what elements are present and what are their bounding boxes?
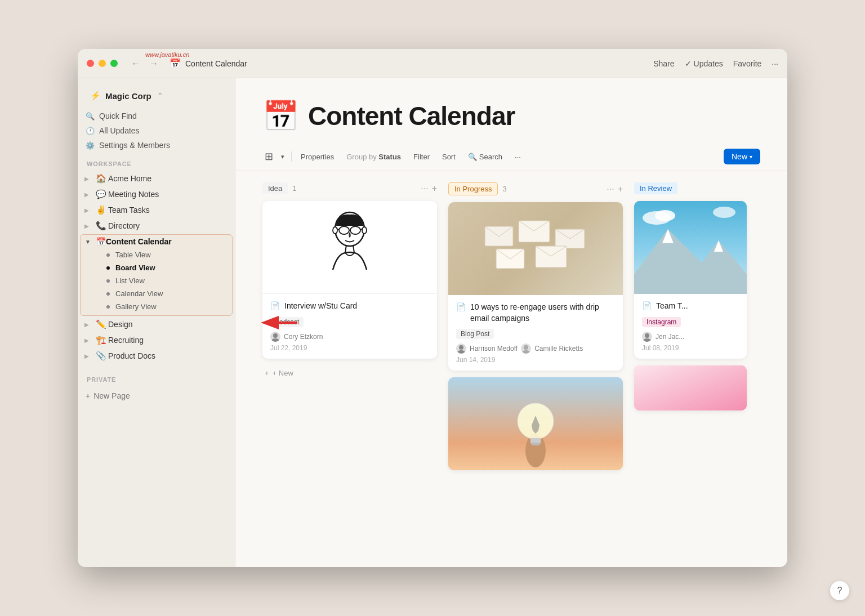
new-button[interactable]: New ▾: [724, 149, 760, 164]
traffic-lights: [87, 60, 118, 67]
new-page-button[interactable]: + New Page: [78, 389, 235, 403]
chevron-down-icon[interactable]: ▾: [279, 151, 287, 163]
board-card-mountain[interactable]: 📄 Team T... Instagram Jen Jac... Jul 08,: [634, 201, 747, 359]
status-badge-inprogress: In Progress: [448, 182, 498, 195]
card-image-sketch: [262, 201, 437, 294]
svg-point-11: [271, 338, 279, 342]
avatar-2: [521, 343, 531, 354]
group-by-button[interactable]: Group by Status: [342, 150, 405, 163]
card-date: Jul 08, 2019: [642, 344, 739, 352]
maximize-button[interactable]: [110, 60, 118, 67]
sidebar-item-tableview[interactable]: Table View: [83, 248, 230, 261]
search-icon: 🔍: [86, 112, 95, 120]
share-button[interactable]: Share: [653, 59, 674, 68]
board-card-lightbulb[interactable]: [448, 377, 623, 470]
column-header-idea: Idea 1 ··· +: [262, 182, 437, 194]
column-header-inprogress: In Progress 3 ··· +: [448, 182, 623, 195]
add-card-icon[interactable]: +: [432, 184, 437, 194]
sidebar-item-listview[interactable]: List View: [83, 274, 230, 287]
sidebar-item-galleryview[interactable]: Gallery View: [83, 300, 230, 313]
sidebar-item-calendarview[interactable]: Calendar View: [83, 287, 230, 300]
workspace-name[interactable]: ⚡ Magic Corp ⌃: [86, 87, 227, 104]
sidebar-item-directory[interactable]: ▶ 📞 Directory: [80, 218, 233, 233]
page-emoji: 📅: [262, 101, 299, 131]
pink-svg: [634, 365, 747, 410]
clock-icon: 🕐: [86, 127, 95, 135]
column-actions-idea: ··· +: [421, 184, 437, 194]
content-calendar-header[interactable]: ▼ 📅 Content Calendar: [81, 235, 232, 248]
card-title: Team T...: [656, 301, 688, 312]
sidebar-item-settings[interactable]: ⚙️ Settings & Members: [78, 138, 235, 153]
gear-icon: ⚙️: [86, 141, 95, 150]
board-column-inreview: In Review: [634, 182, 747, 556]
plus-icon: +: [265, 369, 269, 377]
svg-rect-25: [532, 443, 539, 445]
filter-button[interactable]: Filter: [409, 150, 434, 163]
red-arrow-overlay: [261, 311, 300, 336]
board-card-pink[interactable]: [634, 365, 747, 410]
column-count-idea: 1: [292, 184, 296, 193]
card-date: Jul 22, 2019: [270, 344, 429, 352]
expand-icon: ▶: [84, 223, 96, 229]
private-section-label: PRIVATE: [78, 368, 235, 386]
titlebar-nav: ← → 📅 Content Calendar: [129, 57, 653, 70]
more-icon[interactable]: ···: [421, 184, 428, 194]
svg-line-7: [353, 245, 354, 253]
more-options-button[interactable]: ···: [510, 150, 525, 163]
dot-icon: [106, 305, 110, 309]
sidebar-item-allupdates[interactable]: 🕐 All Updates: [78, 123, 235, 138]
more-icon[interactable]: ···: [607, 184, 614, 194]
column-header-inreview: In Review: [634, 182, 747, 194]
search-button[interactable]: 🔍 Search: [463, 150, 507, 163]
favorite-button[interactable]: Favorite: [733, 59, 762, 68]
sidebar-item-meetingnotes[interactable]: ▶ 💬 Meeting Notes: [80, 187, 233, 202]
view-icon[interactable]: ⊞: [262, 148, 275, 165]
svg-point-18: [457, 350, 465, 354]
expand-icon: ▶: [84, 176, 96, 182]
workspace-section-label: WORKSPACE: [78, 153, 235, 171]
card-title: 10 ways to re-engage users with drip ema…: [470, 302, 615, 324]
card-meta: Harrison Medoff Camille Ricketts: [456, 343, 615, 354]
svg-point-28: [655, 210, 675, 221]
close-button[interactable]: [87, 60, 94, 67]
more-button[interactable]: ···: [772, 59, 778, 68]
sort-button[interactable]: Sort: [438, 150, 460, 163]
avatar: [456, 343, 466, 354]
sidebar-item-quickfind[interactable]: 🔍 Quick Find: [78, 109, 235, 123]
card-date: Jun 14, 2019: [456, 356, 615, 364]
expand-icon: ▶: [84, 337, 96, 343]
sidebar-item-contentcalendar: ▼ 📅 Content Calendar Table View Board Vi…: [80, 234, 233, 316]
expand-icon: ▶: [84, 322, 96, 328]
board-card[interactable]: 📄 10 ways to re-engage users with drip e…: [448, 202, 623, 371]
properties-button[interactable]: Properties: [296, 150, 338, 163]
sidebar-item-productdocs[interactable]: ▶ 📎 Product Docs: [80, 349, 233, 363]
add-card-icon[interactable]: +: [618, 184, 623, 194]
page-title: Content Calendar: [308, 101, 515, 131]
titlebar-title: Content Calendar: [185, 59, 247, 68]
body-area: ⚡ Magic Corp ⌃ 🔍 Quick Find 🕐 All Update…: [78, 78, 787, 567]
column-count-inprogress: 3: [502, 185, 506, 193]
card-title: Interview w/Stu Card: [284, 301, 357, 312]
updates-button[interactable]: ✓ Updates: [685, 59, 723, 68]
content-calendar-subitems: Table View Board View List View Calendar…: [81, 248, 232, 315]
forward-button[interactable]: →: [147, 57, 160, 70]
add-card-button[interactable]: + + New: [262, 365, 437, 381]
main-content: 📅 Content Calendar ⊞ ▾ Properties Group …: [235, 78, 787, 567]
card-title-row: 📄 Interview w/Stu Card: [270, 301, 429, 312]
sidebar-item-acmehome[interactable]: ▶ 🏠 Acme Home: [80, 171, 233, 186]
mountain-svg: [634, 201, 747, 294]
sidebar-item-recruiting[interactable]: ▶ 🏗️ Recruiting: [80, 333, 233, 347]
minimize-button[interactable]: [99, 60, 106, 67]
svg-point-8: [333, 227, 337, 234]
card-body: 📄 10 ways to re-engage users with drip e…: [448, 295, 623, 371]
card-image-pink: [634, 365, 747, 410]
private-section: PRIVATE + New Page: [78, 368, 235, 403]
search-icon: 🔍: [468, 153, 477, 161]
svg-point-20: [522, 350, 530, 354]
sidebar-item-design[interactable]: ▶ ✏️ Design: [80, 317, 233, 332]
sidebar-item-boardview[interactable]: Board View: [83, 261, 230, 274]
envelopes-svg: [479, 215, 592, 283]
back-button[interactable]: ←: [129, 57, 142, 70]
sidebar-item-teamtasks[interactable]: ▶ ✌️ Team Tasks: [80, 203, 233, 217]
lightning-icon: ⚡: [90, 91, 101, 101]
